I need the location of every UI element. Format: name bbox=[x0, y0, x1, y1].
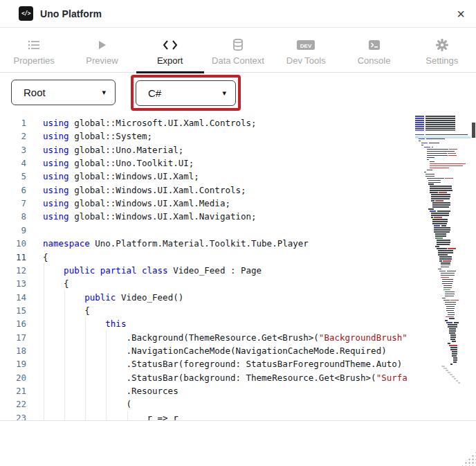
minimap-line bbox=[425, 118, 455, 119]
tab-label: Properties bbox=[14, 55, 55, 66]
minimap-line bbox=[431, 217, 433, 218]
code-pane: 1using global::Microsoft.UI.Xaml.Control… bbox=[0, 113, 415, 421]
tab-data-context[interactable]: Data Context bbox=[204, 28, 272, 72]
minimap-line bbox=[441, 366, 445, 367]
minimap-line bbox=[431, 194, 450, 195]
tab-label: Dev Tools bbox=[286, 55, 326, 66]
code-line: 23 r => r bbox=[0, 411, 415, 421]
minimap-line bbox=[430, 186, 452, 187]
play-icon bbox=[96, 38, 107, 52]
resize-grip-icon[interactable] bbox=[461, 451, 476, 466]
line-number: 20 bbox=[0, 371, 26, 384]
code-line: 18 .NavigationCacheMode(NavigationCacheM… bbox=[0, 344, 415, 357]
line-number: 15 bbox=[0, 304, 26, 317]
line-number: 9 bbox=[0, 224, 26, 237]
code-line: 17 .Background(ThemeResource.Get<Brush>(… bbox=[0, 331, 415, 344]
minimap-line bbox=[450, 300, 459, 301]
minimap-line bbox=[449, 330, 456, 332]
minimap-line bbox=[441, 277, 449, 278]
minimap-line bbox=[438, 250, 453, 251]
minimap-line bbox=[430, 210, 436, 212]
minimap-line bbox=[438, 269, 441, 270]
minimap-line bbox=[443, 300, 450, 301]
line-number: 16 bbox=[0, 317, 26, 330]
code-line: 12 public partial class Video_Feed : Pag… bbox=[0, 264, 415, 277]
minimap-line bbox=[425, 174, 434, 175]
minimap-line bbox=[426, 138, 445, 140]
root-dropdown-value: Root bbox=[24, 87, 46, 98]
tab-preview[interactable]: Preview bbox=[68, 28, 136, 72]
minimap-line bbox=[428, 183, 434, 185]
minimap-line bbox=[435, 200, 443, 201]
minimap-line bbox=[415, 128, 424, 129]
minimap-line bbox=[431, 196, 450, 197]
minimap-line bbox=[450, 374, 452, 375]
terminal-icon bbox=[368, 38, 381, 52]
chevron-down-icon: ▾ bbox=[102, 88, 106, 97]
code-line: 16 this bbox=[0, 317, 415, 330]
tab-dev-tools[interactable]: DEVDev Tools bbox=[272, 28, 340, 72]
minimap-line bbox=[456, 380, 458, 382]
minimap-line bbox=[445, 294, 455, 295]
minimap-line bbox=[437, 244, 450, 245]
minimap-line bbox=[425, 134, 468, 136]
code-line: 1using global::Microsoft.UI.Xaml.Control… bbox=[0, 116, 415, 129]
tab-export[interactable]: Export bbox=[136, 28, 204, 72]
minimap-line bbox=[435, 238, 443, 239]
minimap-line bbox=[446, 316, 454, 318]
tab-properties[interactable]: Properties bbox=[0, 28, 68, 72]
minimap-line bbox=[435, 246, 439, 247]
code-line: 9 bbox=[0, 224, 415, 237]
minimap-line bbox=[427, 170, 432, 171]
minimap-line bbox=[431, 213, 449, 214]
minimap-line bbox=[419, 141, 421, 142]
minimap-line bbox=[415, 124, 424, 125]
minimap-line bbox=[441, 262, 450, 264]
minimap-line bbox=[432, 221, 448, 222]
footer: ↻ bbox=[0, 422, 476, 466]
code-line: 20 .StatusBar(background: ThemeResource.… bbox=[0, 371, 415, 384]
minimap-line bbox=[448, 155, 457, 156]
minimap-line bbox=[425, 130, 455, 132]
minimap-line bbox=[447, 271, 456, 272]
code-text: using global::Uno.Material; bbox=[43, 143, 183, 156]
code-line: 22 ( bbox=[0, 397, 415, 411]
minimap-line bbox=[448, 314, 455, 316]
minimap-line bbox=[432, 202, 450, 204]
window-title: Uno Platform bbox=[40, 8, 102, 19]
minimap-line bbox=[446, 322, 452, 323]
minimap-line bbox=[427, 157, 434, 159]
minimap-line bbox=[439, 258, 452, 260]
minimap[interactable] bbox=[415, 116, 470, 420]
minimap-line bbox=[445, 178, 453, 179]
minimap-line bbox=[450, 347, 457, 348]
minimap-line bbox=[446, 310, 454, 312]
minimap-line bbox=[450, 334, 456, 336]
minimap-line bbox=[435, 235, 446, 237]
line-number: 22 bbox=[0, 397, 26, 411]
code-editor[interactable]: 1using global::Microsoft.UI.Xaml.Control… bbox=[0, 113, 476, 421]
minimap-line bbox=[443, 368, 447, 369]
uno-logo-icon: </> bbox=[19, 6, 33, 21]
minimap-line bbox=[443, 287, 452, 289]
scrollbar-thumb[interactable] bbox=[472, 123, 475, 138]
editor-scrollbar[interactable] bbox=[471, 113, 476, 421]
minimap-line bbox=[415, 116, 424, 117]
line-number: 2 bbox=[0, 129, 26, 143]
minimap-line bbox=[430, 192, 438, 193]
minimap-line bbox=[415, 134, 424, 136]
tab-label: Data Context bbox=[212, 55, 264, 66]
minimap-line bbox=[452, 353, 457, 355]
minimap-line bbox=[452, 355, 457, 357]
close-icon[interactable]: × bbox=[452, 5, 470, 23]
tab-settings[interactable]: Settings bbox=[408, 28, 476, 72]
code-text: namespace Uno.Platform.Material.Toolkit.… bbox=[43, 237, 309, 250]
root-element-dropdown[interactable]: Root ▾ bbox=[11, 80, 116, 105]
line-number: 23 bbox=[0, 411, 26, 421]
minimap-line bbox=[425, 124, 455, 125]
tab-console[interactable]: Console bbox=[340, 28, 408, 72]
minimap-line bbox=[450, 364, 452, 365]
minimap-line bbox=[430, 190, 452, 191]
minimap-line bbox=[442, 283, 452, 285]
minimap-line bbox=[450, 349, 457, 350]
